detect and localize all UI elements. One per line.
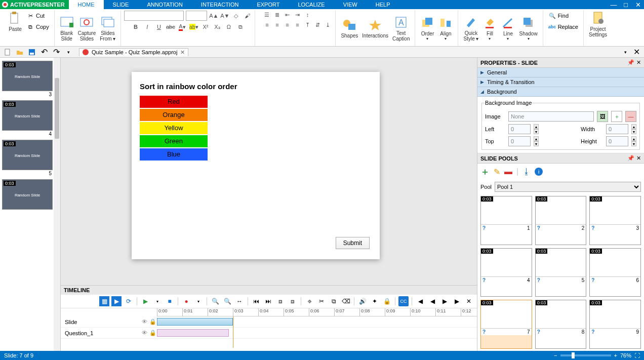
paste-button[interactable]: Paste bbox=[6, 10, 24, 33]
tl-vol-icon[interactable]: 🔊 bbox=[357, 296, 368, 306]
format-painter-icon[interactable]: 🖌 bbox=[243, 11, 252, 20]
qat-dropdown-icon[interactable]: ▾ bbox=[64, 48, 73, 57]
shadow-button[interactable]: Shadow▾ bbox=[517, 15, 539, 42]
tl-marker1-icon[interactable]: ⧈ bbox=[275, 296, 286, 306]
maximize-icon[interactable]: □ bbox=[620, 1, 632, 9]
menu-tab-home[interactable]: HOME bbox=[69, 0, 104, 9]
align-center-button[interactable]: ≡ bbox=[272, 20, 281, 29]
timeline-ruler[interactable]: 0:000:010:020:030:040:050:060:070:080:09… bbox=[157, 308, 477, 316]
menu-tab-view[interactable]: VIEW bbox=[334, 0, 367, 9]
save-file-icon[interactable] bbox=[27, 48, 36, 57]
pool-slide-thumbnail[interactable]: 0:03?9 bbox=[589, 300, 641, 349]
strike-button[interactable]: abc bbox=[166, 22, 176, 31]
sortable-item[interactable]: Yellow bbox=[140, 122, 208, 134]
tl-last-icon[interactable]: ▶ bbox=[452, 296, 462, 306]
tl-fwd-icon[interactable]: ▶ bbox=[439, 296, 450, 306]
tl-record-icon[interactable]: ● bbox=[181, 296, 191, 306]
canvas-area[interactable]: Sort in rainbow color order RedOrangeYel… bbox=[61, 58, 477, 351]
dec-indent-button[interactable]: ⇤ bbox=[283, 10, 292, 19]
height-input[interactable] bbox=[606, 136, 628, 146]
open-file-icon[interactable] bbox=[15, 48, 24, 57]
blank-slide-button[interactable]: Blank Slide bbox=[58, 14, 76, 43]
slides-from-button[interactable]: Slides From ▾ bbox=[98, 14, 117, 43]
undo-icon[interactable]: ↶ bbox=[39, 48, 49, 57]
replace-button[interactable]: abcReplace bbox=[546, 21, 580, 32]
align-right-button[interactable]: ≡ bbox=[283, 20, 292, 29]
align-left-button[interactable]: ≡ bbox=[262, 20, 271, 29]
slide-thumbnail[interactable]: 0:03Random Slide4 bbox=[2, 100, 53, 137]
top-input[interactable] bbox=[508, 136, 531, 146]
pool-delete-icon[interactable]: ▬ bbox=[504, 167, 512, 176]
tl-del-icon[interactable]: ⌫ bbox=[341, 296, 351, 306]
tl-lock-row-icon[interactable]: 🔒 bbox=[149, 318, 156, 325]
document-tab[interactable]: Quiz Sample - Quiz Sample.approj ✕ bbox=[79, 48, 188, 56]
tl-view2-icon[interactable]: ▶ bbox=[111, 296, 122, 306]
capture-slides-button[interactable]: Capture Slides bbox=[76, 14, 98, 43]
section-background[interactable]: ◢Background bbox=[477, 87, 644, 97]
tl-split-icon[interactable]: ⎆ bbox=[304, 296, 314, 306]
close-icon[interactable]: ✕ bbox=[632, 1, 644, 9]
properties-pin-icon[interactable]: 📌 bbox=[627, 59, 634, 66]
width-spinner[interactable]: ▲▼ bbox=[631, 124, 636, 134]
quick-style-button[interactable]: Quick Style ▾ bbox=[461, 14, 480, 43]
text-caption-button[interactable]: AText Caption bbox=[390, 14, 412, 43]
pool-select[interactable]: Pool 1 bbox=[495, 182, 641, 192]
tl-next-icon[interactable]: ⏭ bbox=[263, 296, 273, 306]
zoom-out-button[interactable]: − bbox=[554, 352, 557, 358]
pool-slide-thumbnail[interactable]: 0:03?5 bbox=[535, 248, 587, 297]
slides-scrollbar[interactable] bbox=[54, 58, 60, 351]
add-image-button[interactable]: ＋ bbox=[611, 111, 622, 122]
sortable-item[interactable]: Green bbox=[140, 135, 208, 147]
tl-view3-icon[interactable]: ⟳ bbox=[124, 296, 134, 306]
tl-play-dd-icon[interactable]: ▾ bbox=[152, 296, 163, 306]
subscript-button[interactable]: X₂ bbox=[212, 22, 222, 31]
pool-slide-thumbnail[interactable]: 0:03?8 bbox=[535, 300, 587, 349]
font-size-input[interactable] bbox=[186, 11, 207, 21]
pool-import-icon[interactable]: ⭳ bbox=[522, 167, 531, 176]
interactions-button[interactable]: Interactions bbox=[360, 17, 390, 39]
italic-button[interactable]: I bbox=[142, 22, 152, 31]
panel-close-icon[interactable]: ✕ bbox=[632, 48, 641, 57]
cut-button[interactable]: ✂Cut bbox=[24, 10, 51, 21]
width-input[interactable] bbox=[606, 124, 628, 134]
tl-copy-icon[interactable]: ⧉ bbox=[329, 296, 339, 306]
tl-cut-icon[interactable]: ✂ bbox=[316, 296, 327, 306]
tl-first-icon[interactable]: ◀ bbox=[415, 296, 425, 306]
line-spacing-button[interactable]: ↕ bbox=[303, 10, 312, 19]
menu-tab-localize[interactable]: LOCALIZE bbox=[289, 0, 334, 9]
menu-tab-help[interactable]: HELP bbox=[367, 0, 399, 9]
zoom-in-button[interactable]: + bbox=[614, 352, 617, 358]
tl-visible-icon[interactable]: 👁 bbox=[142, 318, 147, 325]
zoom-slider[interactable] bbox=[560, 354, 611, 356]
align-button[interactable]: Align▾ bbox=[436, 15, 455, 42]
grow-font-icon[interactable]: A▲ bbox=[209, 11, 218, 20]
tl-visible-icon[interactable]: 👁 bbox=[142, 330, 147, 336]
tl-lock-row-icon[interactable]: 🔒 bbox=[149, 330, 156, 336]
left-spinner[interactable]: ▲▼ bbox=[534, 124, 539, 134]
menu-tab-export[interactable]: EXPORT bbox=[248, 0, 289, 9]
find-button[interactable]: 🔍Find bbox=[546, 10, 580, 21]
redo-icon[interactable]: ↷ bbox=[52, 48, 61, 57]
pool-edit-icon[interactable]: ✎ bbox=[494, 167, 500, 177]
menu-tab-slide[interactable]: SLIDE bbox=[104, 0, 138, 9]
new-file-icon[interactable] bbox=[3, 48, 12, 57]
section-general[interactable]: ▶General bbox=[477, 68, 644, 77]
minimize-icon[interactable]: — bbox=[608, 1, 620, 9]
tl-cc-icon[interactable]: CC bbox=[398, 296, 409, 306]
justify-button[interactable]: ≡ bbox=[293, 20, 302, 29]
tl-stop-icon[interactable]: ■ bbox=[165, 296, 175, 306]
zoom-fit-icon[interactable]: ⛶ bbox=[634, 352, 640, 358]
pool-info-icon[interactable]: i bbox=[535, 168, 543, 176]
tl-marker2-icon[interactable]: ⧈ bbox=[288, 296, 298, 306]
bullets-button[interactable]: ☰ bbox=[262, 10, 271, 19]
properties-close-icon[interactable]: ✕ bbox=[636, 59, 641, 66]
underline-button[interactable]: U bbox=[154, 22, 164, 31]
tl-close-icon[interactable]: ✕ bbox=[464, 296, 474, 306]
symbol-button[interactable]: Ω bbox=[224, 22, 234, 31]
tl-play-icon[interactable]: ▶ bbox=[140, 296, 150, 306]
pick-image-button[interactable]: 🖼 bbox=[597, 111, 608, 122]
image-input[interactable] bbox=[508, 111, 594, 122]
submit-button[interactable]: Submit bbox=[336, 237, 370, 249]
section-timing[interactable]: ▶Timing & Transition bbox=[477, 77, 644, 87]
copy-button[interactable]: ⧉Copy bbox=[24, 21, 51, 32]
